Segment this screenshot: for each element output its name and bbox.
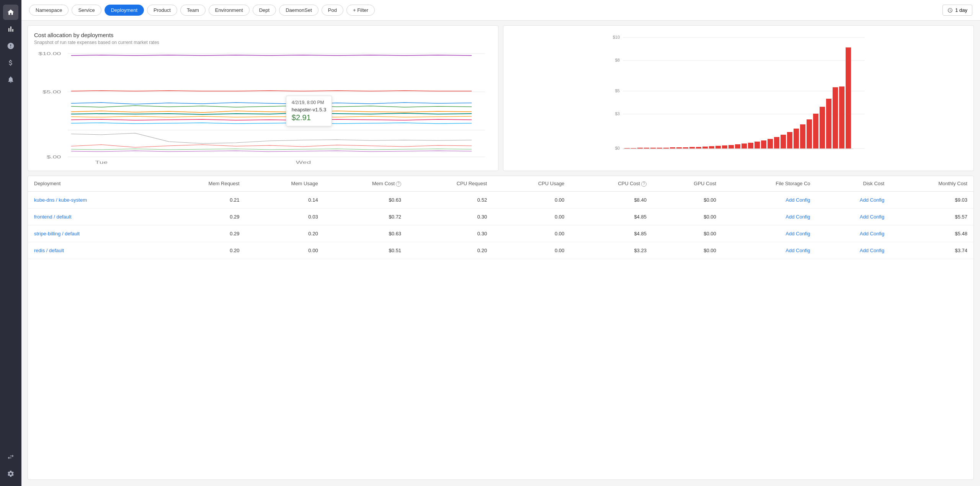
transfer-icon[interactable] [3,449,18,465]
col-cpu-cost: CPU Cost? [570,176,653,191]
cell-file-storage[interactable]: Add Config [722,208,817,225]
cell-mem-request: 0.21 [159,191,246,208]
chip-product[interactable]: Product [147,5,177,16]
svg-text:Wed: Wed [296,160,311,165]
disk-cost-add-config[interactable]: Add Config [860,214,884,220]
svg-rect-30 [689,147,695,148]
dollar-icon[interactable] [3,55,18,70]
add-filter-button[interactable]: + Filter [346,5,375,16]
svg-rect-38 [742,144,747,148]
line-chart-title: Cost allocation by deployments [34,32,492,38]
cell-disk-cost[interactable]: Add Config [817,242,891,259]
file-storage-add-config[interactable]: Add Config [786,248,810,253]
content-scroll: Cost allocation by deployments Snapshot … [21,21,980,486]
home-icon[interactable] [3,5,18,20]
svg-rect-36 [728,145,734,148]
alert-icon[interactable] [3,38,18,54]
settings-icon[interactable] [3,466,18,481]
col-mem-cost: Mem Cost? [324,176,407,191]
cell-cpu-usage: 0.00 [493,191,570,208]
cell-mem-usage: 0.20 [246,225,324,242]
svg-rect-24 [650,148,656,148]
cell-monthly-cost: $9.03 [890,191,973,208]
svg-text:Tue: Tue [95,160,108,165]
cell-file-storage[interactable]: Add Config [722,242,817,259]
time-selector[interactable]: 1 day [942,5,972,16]
col-deployment: Deployment [28,176,159,191]
col-mem-usage: Mem Usage [246,176,324,191]
col-monthly-cost: Monthly Cost [890,176,973,191]
chip-environment[interactable]: Environment [209,5,250,16]
deployment-link[interactable]: stripe-billing / default [34,231,80,236]
chip-pod[interactable]: Pod [322,5,343,16]
chip-daemonset[interactable]: DaemonSet [279,5,318,16]
main-content: Namespace Service Deployment Product Tea… [21,0,980,486]
file-storage-add-config[interactable]: Add Config [786,214,810,220]
svg-rect-39 [748,143,753,148]
cell-monthly-cost: $5.57 [890,208,973,225]
chip-service[interactable]: Service [72,5,101,16]
cell-disk-cost[interactable]: Add Config [817,191,891,208]
svg-text:$8: $8 [615,58,620,62]
cell-gpu-cost: $0.00 [653,242,722,259]
cell-mem-usage: 0.03 [246,208,324,225]
cell-file-storage[interactable]: Add Config [722,191,817,208]
svg-text:$10: $10 [613,35,620,39]
deployment-link[interactable]: kube-dns / kube-system [34,197,87,203]
data-table: Deployment Mem Request Mem Usage Mem Cos… [28,176,973,259]
col-cpu-request: CPU Request [407,176,493,191]
chip-namespace[interactable]: Namespace [29,5,69,16]
col-mem-request: Mem Request [159,176,246,191]
svg-rect-22 [637,148,643,148]
svg-rect-33 [709,146,714,148]
svg-rect-40 [755,142,760,148]
cell-mem-request: 0.29 [159,225,246,242]
cell-mem-cost: $0.51 [324,242,407,259]
cell-cpu-request: 0.30 [407,225,493,242]
line-chart-card: Cost allocation by deployments Snapshot … [28,25,498,171]
svg-rect-23 [644,148,649,148]
cell-disk-cost[interactable]: Add Config [817,208,891,225]
deployment-link[interactable]: redis / default [34,248,64,253]
table-row: stripe-billing / default 0.29 0.20 $0.63… [28,225,973,242]
svg-rect-34 [715,146,721,148]
time-selector-label: 1 day [955,7,967,13]
cell-gpu-cost: $0.00 [653,191,722,208]
cell-deployment: stripe-billing / default [28,225,159,242]
cell-mem-request: 0.20 [159,242,246,259]
file-storage-add-config[interactable]: Add Config [786,197,810,203]
file-storage-add-config[interactable]: Add Config [786,231,810,236]
chip-team[interactable]: Team [180,5,206,16]
cell-file-storage[interactable]: Add Config [722,225,817,242]
svg-rect-28 [676,147,682,148]
chip-dept[interactable]: Dept [253,5,276,16]
cell-cpu-cost: $3.23 [570,242,653,259]
svg-rect-35 [722,145,727,148]
svg-text:$.00: $.00 [47,155,61,159]
chip-deployment[interactable]: Deployment [105,5,144,16]
disk-cost-add-config[interactable]: Add Config [860,248,884,253]
cell-disk-cost[interactable]: Add Config [817,225,891,242]
disk-cost-add-config[interactable]: Add Config [860,197,884,203]
disk-cost-add-config[interactable]: Add Config [860,231,884,236]
svg-rect-53 [839,86,844,148]
filter-bar: Namespace Service Deployment Product Tea… [21,0,980,21]
chart-bar-icon[interactable] [3,21,18,37]
cell-cpu-usage: 0.00 [493,242,570,259]
bar-chart-container: $10 $8 $5 $3 $0 [510,32,967,162]
svg-rect-29 [683,147,688,148]
table-body: kube-dns / kube-system 0.21 0.14 $0.63 0… [28,191,973,259]
svg-text:$0: $0 [615,146,620,150]
svg-rect-49 [813,114,818,148]
svg-rect-45 [787,132,792,148]
charts-area: Cost allocation by deployments Snapshot … [21,21,980,176]
svg-rect-43 [774,137,779,148]
bell-icon[interactable] [3,72,18,87]
cell-cpu-cost: $4.85 [570,208,653,225]
svg-rect-21 [631,148,636,148]
bar-chart-svg: $10 $8 $5 $3 $0 [510,32,967,162]
svg-rect-44 [781,135,786,148]
cell-deployment: redis / default [28,242,159,259]
cell-cpu-request: 0.20 [407,242,493,259]
deployment-link[interactable]: frontend / default [34,214,72,220]
